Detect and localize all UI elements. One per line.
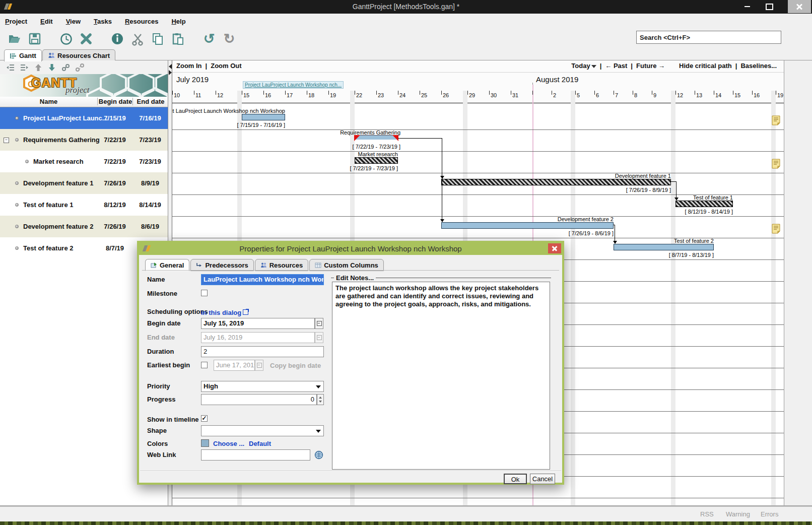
menu-edit[interactable]: Edit: [40, 18, 53, 25]
end-date-input: July 16, 2019: [201, 332, 315, 343]
warning-status-button[interactable]: Warning: [726, 510, 750, 518]
task-note-icon[interactable]: [772, 159, 780, 169]
table-row[interactable]: Development feature 17/26/198/9/19: [0, 172, 168, 194]
summary-end-left-icon: [354, 135, 360, 141]
dialog-tab-predecessors[interactable]: Predecessors: [190, 259, 253, 271]
ok-button[interactable]: Ok: [504, 474, 527, 484]
shape-dropdown[interactable]: [201, 425, 324, 436]
errors-status-button[interactable]: Errors: [761, 510, 778, 518]
copy-icon: [151, 32, 164, 45]
bar-date-range-label: [ 8/12/19 - 8/14/19 ]: [521, 209, 733, 215]
tab-gantt[interactable]: Gantt: [4, 49, 42, 61]
table-row[interactable]: Project LauProject Launc...7/15/197/16/1…: [0, 107, 168, 129]
timescale-day-label: 13: [696, 92, 702, 98]
dialog-tab-resources[interactable]: Resources: [255, 259, 308, 271]
notes-textarea[interactable]: The project launch workshop allows the k…: [332, 282, 550, 470]
web-link-input[interactable]: [201, 449, 310, 461]
task-note-icon[interactable]: [772, 115, 780, 125]
progress-input[interactable]: 0: [201, 394, 317, 405]
critical-task-bar[interactable]: [675, 201, 733, 207]
table-row[interactable]: Test of feature 18/12/198/14/19: [0, 194, 168, 216]
priority-dropdown[interactable]: High: [201, 381, 324, 392]
column-header-begin-date[interactable]: Begin date: [97, 98, 133, 105]
menu-bar: ProjectEditViewTasksResourcesHelp: [0, 14, 812, 29]
menu-resources[interactable]: Resources: [125, 18, 158, 25]
dialog-close-button[interactable]: [548, 243, 561, 253]
task-bullet-icon: [15, 138, 19, 142]
scheduling-dialog-link[interactable]: in this dialog: [201, 308, 248, 317]
critical-task-bar[interactable]: [355, 157, 398, 164]
menu-tasks[interactable]: Tasks: [94, 18, 112, 25]
table-row[interactable]: Market research7/22/197/23/19: [0, 151, 168, 172]
task-properties-button[interactable]: [109, 31, 126, 47]
zoom-in-link[interactable]: Zoom In: [176, 62, 202, 70]
search-input[interactable]: [636, 31, 781, 44]
close-window-button[interactable]: [788, 0, 811, 13]
timescale-tick: [489, 91, 490, 95]
duration-input[interactable]: 2: [201, 346, 324, 357]
dialog-tab-general[interactable]: General: [145, 259, 189, 271]
unlink-tasks-button[interactable]: [76, 63, 84, 72]
cut-button[interactable]: [129, 31, 146, 47]
timeline-task-label[interactable]: Project LauProject Launch Workshop nch..…: [243, 81, 344, 89]
dependency-line: [615, 225, 615, 241]
rss-status-button[interactable]: RSS: [700, 510, 714, 518]
default-color-link[interactable]: Default: [249, 440, 271, 447]
timescale-tick: [776, 91, 776, 95]
menu-view[interactable]: View: [66, 18, 81, 25]
expander-toggle[interactable]: −: [4, 138, 9, 143]
minimize-button[interactable]: [737, 0, 757, 13]
delete-task-button[interactable]: [78, 31, 95, 47]
link-tasks-button[interactable]: [61, 63, 70, 72]
milestone-checkbox[interactable]: [201, 290, 208, 296]
future-link[interactable]: Future →: [636, 62, 665, 70]
zoom-out-link[interactable]: Zoom Out: [211, 62, 241, 70]
schedule-button[interactable]: [57, 31, 75, 47]
indent-button[interactable]: [20, 63, 29, 72]
task-note-icon[interactable]: [772, 224, 780, 234]
move-down-button[interactable]: [48, 63, 56, 72]
hide-critical-path-link[interactable]: Hide critical path: [679, 62, 732, 70]
name-input[interactable]: LauProject Launch Workshop nch Workshop: [201, 274, 324, 285]
summary-bar[interactable]: [355, 135, 398, 142]
progress-spinner[interactable]: [317, 394, 324, 405]
past-link[interactable]: ← Past: [605, 62, 627, 70]
cancel-button[interactable]: Cancel: [530, 474, 555, 484]
timescale-day-label: 15: [243, 92, 249, 98]
table-row[interactable]: Development feature 27/26/198/6/19: [0, 216, 168, 237]
task-bar[interactable]: [614, 244, 714, 250]
timescale-day-label: 17: [287, 92, 293, 98]
dialog-tab-custom-columns[interactable]: Custom Columns: [309, 259, 384, 271]
menu-project[interactable]: Project: [5, 18, 27, 25]
choose-color-link[interactable]: Choose ...: [213, 440, 244, 447]
unindent-button[interactable]: [6, 63, 15, 72]
tab-resources-chart[interactable]: Resources Chart: [42, 49, 115, 61]
today-link[interactable]: Today: [571, 62, 596, 70]
color-swatch[interactable]: [201, 439, 209, 447]
task-bar[interactable]: [441, 222, 614, 229]
menu-help[interactable]: Help: [171, 18, 185, 25]
show-in-timeline-checkbox[interactable]: ✓: [201, 415, 208, 422]
open-project-button[interactable]: [6, 31, 23, 47]
begin-date-picker-button[interactable]: [315, 318, 323, 329]
window-title: GanttProject [MethodsTools.gan] *: [0, 3, 812, 11]
move-up-button[interactable]: [34, 63, 42, 72]
begin-date-input[interactable]: July 15, 2019: [201, 318, 315, 329]
baselines-link[interactable]: Baselines...: [740, 62, 777, 70]
task-bar[interactable]: [242, 114, 285, 120]
table-row[interactable]: −Requirements Gathering7/22/197/23/19: [0, 129, 168, 151]
critical-task-bar[interactable]: [441, 179, 671, 185]
task-end-cell: 7/23/19: [132, 136, 168, 144]
maximize-button[interactable]: [760, 0, 779, 13]
column-header-end-date[interactable]: End date: [132, 98, 168, 105]
copy-button[interactable]: [149, 31, 166, 47]
globe-icon[interactable]: [314, 450, 323, 460]
column-header-name[interactable]: Name: [0, 98, 97, 105]
dialog-tab-resources-label: Resources: [269, 261, 303, 269]
paste-button[interactable]: [169, 31, 186, 47]
redo-button[interactable]: ↻: [221, 31, 238, 47]
save-project-button[interactable]: [26, 31, 43, 47]
dialog-titlebar[interactable]: Properties for Project LauProject Launch…: [139, 242, 563, 255]
undo-button[interactable]: ↺: [200, 31, 218, 47]
earliest-begin-checkbox[interactable]: [201, 362, 208, 368]
